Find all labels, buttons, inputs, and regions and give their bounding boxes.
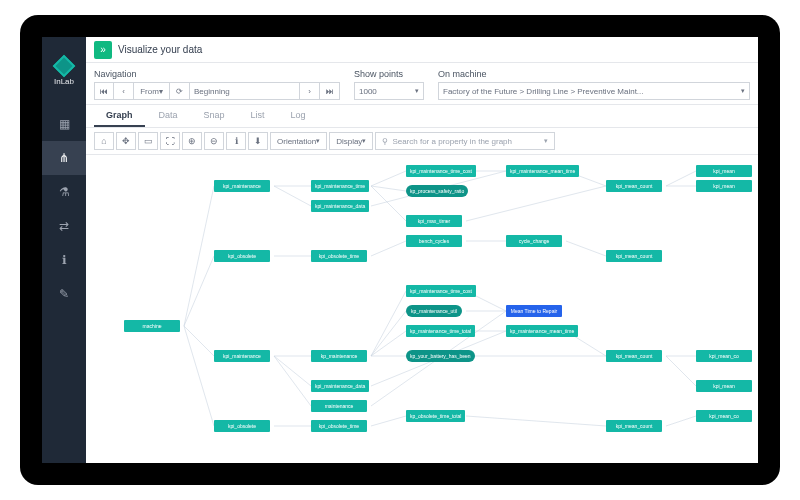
display-select[interactable]: Display [329, 132, 373, 150]
graph-node[interactable]: kp_maintenance_util [406, 305, 462, 317]
logo: InLab [42, 37, 86, 107]
graph-node[interactable]: kpi_maintenance_mean_time [506, 165, 579, 177]
graph-node[interactable]: kpi_maintenance [214, 180, 270, 192]
graph-search-input[interactable]: ⚲ Search for a property in the graph [375, 132, 555, 150]
brand-name: InLab [54, 77, 74, 86]
graph-node[interactable]: kpi_mean_co [696, 350, 752, 362]
graph-node[interactable]: cycle_change [506, 235, 562, 247]
graph-node[interactable]: maintenance [311, 400, 367, 412]
svg-line-9 [274, 356, 311, 406]
svg-line-14 [371, 241, 406, 256]
graph-node[interactable]: kp_obsolete_time_total [406, 410, 465, 422]
showpoints-label: Show points [354, 69, 424, 79]
graph-node[interactable]: kpi_maintenance_time [311, 180, 369, 192]
navigation-label: Navigation [94, 69, 340, 79]
graph-node[interactable]: kpi_maintenance [214, 350, 270, 362]
graph-node[interactable]: kpi_maintenance_time_cost [406, 285, 476, 297]
svg-line-15 [371, 291, 406, 356]
orientation-select[interactable]: Orientation [270, 132, 327, 150]
svg-line-27 [466, 416, 606, 426]
svg-line-1 [184, 256, 214, 326]
sidebar-item-flows[interactable]: ⇄ [42, 209, 86, 243]
machine-select[interactable]: Factory of the Future > Drilling Line > … [438, 82, 750, 100]
graph-canvas[interactable]: machinekpi_maintenancekpi_obsoletekpi_ma… [86, 155, 758, 463]
page-title: Visualize your data [118, 44, 202, 55]
graph-node[interactable]: kp_maintenance_mean_time [506, 325, 578, 337]
sidebar: InLab ▦ ⋔ ⚗ ⇄ ℹ ✎ [42, 37, 86, 463]
svg-line-19 [371, 416, 406, 426]
svg-line-13 [371, 186, 406, 221]
sidebar-item-graph[interactable]: ⋔ [42, 141, 86, 175]
controls-bar: Navigation ⏮ ‹ From ▾ ⟳ Beginning › ⏭ Sh… [86, 63, 758, 105]
graph-node[interactable]: kpi_obsolete_time [311, 420, 367, 432]
svg-line-25 [566, 241, 606, 256]
graph-node[interactable]: kpi_obsolete [214, 420, 270, 432]
graph-node[interactable]: kpi_mean [696, 180, 752, 192]
graph-node[interactable]: kpi_maintenance_data [311, 200, 369, 212]
tab-log[interactable]: Log [279, 105, 318, 127]
zoom-out-button[interactable]: ⊖ [204, 132, 224, 150]
svg-line-17 [371, 331, 406, 356]
graph-node[interactable]: kpi_mean_count [606, 250, 662, 262]
nav-from-select[interactable]: From ▾ [134, 82, 170, 100]
info-button[interactable]: ℹ [226, 132, 246, 150]
showpoints-select[interactable]: 1000 [354, 82, 424, 100]
svg-line-5 [274, 186, 311, 206]
graph-node[interactable]: kpi_mean_count [606, 420, 662, 432]
graph-node[interactable]: kpi_mean [696, 165, 752, 177]
svg-line-12 [371, 186, 406, 191]
nav-beginning-field[interactable]: Beginning [190, 82, 300, 100]
graph-node[interactable]: Mean Time to Repair [506, 305, 562, 317]
graph-toolbar: ⌂ ✥ ▭ ⛶ ⊕ ⊖ ℹ ⬇ Orientation Display ⚲ Se… [86, 128, 758, 155]
svg-line-36 [466, 186, 606, 221]
graph-node[interactable]: kp_maintenance [311, 350, 367, 362]
svg-line-31 [666, 356, 696, 386]
nav-prev-button[interactable]: ‹ [114, 82, 134, 100]
graph-node[interactable]: kpi_mean [696, 380, 752, 392]
svg-line-11 [371, 171, 406, 186]
logo-icon [53, 55, 76, 78]
sidebar-item-alarms[interactable]: ⚗ [42, 175, 86, 209]
graph-node[interactable]: kpi_obsolete [214, 250, 270, 262]
nav-last-button[interactable]: ⏭ [320, 82, 340, 100]
graph-node[interactable]: machine [124, 320, 180, 332]
sidebar-item-settings[interactable]: ✎ [42, 277, 86, 311]
nav-refresh-button[interactable]: ⟳ [170, 82, 190, 100]
sidebar-item-info[interactable]: ℹ [42, 243, 86, 277]
svg-line-16 [371, 311, 406, 356]
graph-node[interactable]: kpi_maintenance_data [311, 380, 369, 392]
top-strip: » Visualize your data [86, 37, 758, 63]
home-button[interactable]: ⌂ [94, 132, 114, 150]
tab-graph[interactable]: Graph [94, 105, 145, 127]
graph-node[interactable]: kp_process_safety_ratio [406, 185, 468, 197]
graph-node[interactable]: kpi_mean_count [606, 350, 662, 362]
graph-node[interactable]: kp_your_battery_has_been [406, 350, 475, 362]
graph-node[interactable]: kpi_maintenance_time_cost [406, 165, 476, 177]
graph-node[interactable]: kpi_max_timer [406, 215, 462, 227]
nav-first-button[interactable]: ⏮ [94, 82, 114, 100]
graph-node[interactable]: kpi_mean_co [696, 410, 752, 422]
graph-node[interactable]: kpi_mean_count [606, 180, 662, 192]
pointer-button[interactable]: ▭ [138, 132, 158, 150]
svg-line-32 [666, 416, 696, 426]
svg-line-0 [184, 186, 214, 326]
tabs: Graph Data Snap List Log [86, 105, 758, 128]
nav-next-button[interactable]: › [300, 82, 320, 100]
fullscreen-button[interactable]: ⛶ [160, 132, 180, 150]
graph-node[interactable]: kpi_obsolete_time [311, 250, 367, 262]
tab-data[interactable]: Data [147, 105, 190, 127]
machine-label: On machine [438, 69, 750, 79]
svg-line-28 [666, 171, 696, 186]
sidebar-item-dashboard[interactable]: ▦ [42, 107, 86, 141]
pan-button[interactable]: ✥ [116, 132, 136, 150]
tab-snap[interactable]: Snap [192, 105, 237, 127]
graph-node[interactable]: bench_cycles [406, 235, 462, 247]
graph-node[interactable]: kp_maintenance_time_total [406, 325, 475, 337]
zoom-in-button[interactable]: ⊕ [182, 132, 202, 150]
download-button[interactable]: ⬇ [248, 132, 268, 150]
tab-list[interactable]: List [239, 105, 277, 127]
expand-icon[interactable]: » [94, 41, 112, 59]
